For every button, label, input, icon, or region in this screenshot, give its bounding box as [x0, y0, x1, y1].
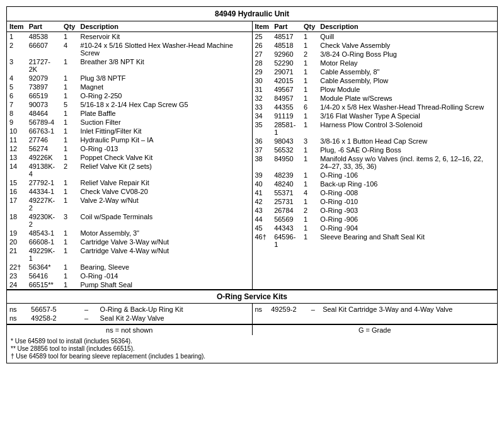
table-row: 25 48517 1 Quill [253, 32, 498, 42]
g-note-cell: G = Grade [253, 324, 498, 335]
table-row: 27 92960 2 3/8-24 O-Ring Boss Plug [253, 50, 498, 59]
cell-item: 42 [253, 197, 272, 206]
cell-item: 16 [7, 187, 26, 196]
cell-item: 4 [7, 74, 26, 83]
cell-qty: 1 [61, 280, 77, 289]
cell-desc: Relief Valve Kit (2 sets) [77, 162, 251, 178]
cell-qty: 1 [301, 215, 318, 224]
cell-desc: 3/16 Flat Washer Type A Special [318, 111, 497, 120]
cell-qty: 1 [61, 127, 77, 135]
table-row: 46† 64596-1 1 Sleeve Bearing and Shaft S… [253, 232, 498, 249]
table-row: 28 52290 1 Motor Relay [253, 59, 498, 67]
cell-qty: 1 [301, 41, 318, 50]
service-right-table: ns 49259-2 – Seal Kit Cartridge 3-Way an… [253, 305, 498, 314]
left-header-item: Item [7, 21, 26, 32]
cell-item: 7 [7, 100, 26, 109]
cell-item: 2 [7, 41, 26, 57]
cell-desc: Seal Kit Cartridge 3-Way and 4-Way Valve [320, 305, 497, 314]
footnote: † Use 64589 tool for bearing sleeve repl… [11, 353, 493, 360]
cell-item: 18 [7, 212, 26, 229]
table-row: 36 98043 3 3/8-16 x 1 Button Head Cap Sc… [253, 137, 498, 146]
cell-part: 26784 [272, 206, 301, 215]
cell-qty: 1 [301, 232, 318, 249]
table-row: 43 26784 2 O-Ring -903 [253, 206, 498, 215]
cell-qty: 1 [301, 76, 318, 85]
cell-qty: 1 [61, 109, 77, 118]
cell-part: 84957 [272, 94, 301, 103]
cell-desc: 3/8-24 O-Ring Boss Plug [318, 50, 497, 59]
cell-part: 55371 [272, 188, 301, 197]
footnote: ** Use 28856 tool to install (includes 6… [11, 345, 493, 352]
cell-desc: Cable Assembly, Plow [318, 76, 497, 85]
footnotes-section: * Use 64589 tool to install (includes 56… [7, 335, 497, 363]
cell-part: 48240 [272, 180, 301, 188]
cell-qty: 1 [301, 67, 318, 76]
cell-desc: Suction Filter [77, 118, 251, 127]
cell-part: 21727-2K [26, 57, 61, 74]
cell-item: 21 [7, 246, 26, 263]
cell-part: 90073 [26, 100, 61, 109]
table-row: 35 28581-1 1 Harness Plow Control 3-Sole… [253, 120, 498, 137]
cell-item: 14 [7, 162, 26, 178]
cell-desc: Cartridge Valve 4-Way w/Nut [77, 246, 251, 263]
cell-desc: Valve 2-Way w/Nut [77, 196, 251, 212]
table-row: 10 66763-1 1 Inlet Fitting/Filter Kit [7, 127, 252, 135]
cell-item: 33 [253, 103, 272, 111]
table-row: 38 84950 1 Manifold Assy w/o Valves (inc… [253, 154, 498, 171]
cell-qty: 1 [301, 111, 318, 120]
cell-item: 1 [7, 32, 26, 42]
cell-item: 22† [7, 263, 26, 271]
cell-item: 27 [253, 50, 272, 59]
cell-desc: O-Ring -014 [77, 271, 251, 280]
cell-part: 56416 [26, 271, 61, 280]
service-left-table: ns 56657-5 – O-Ring & Back-Up Ring Kit n… [7, 305, 252, 323]
cell-qty: 1 [61, 118, 77, 127]
cell-item: 17 [7, 196, 26, 212]
cell-desc: Seal Kit 2-Way Valve [98, 314, 252, 323]
cell-desc: Breather 3/8 NPT Kit [77, 57, 251, 74]
cell-desc: Quill [318, 32, 497, 42]
cell-qty: 1 [301, 146, 318, 154]
table-row: 11 27746 1 Hydraulic Pump Kit – IA [7, 135, 252, 144]
cell-part: 84950 [272, 154, 301, 171]
table-row: 40 48240 1 Back-up Ring -106 [253, 180, 498, 188]
cell-part: 48518 [272, 41, 301, 50]
cell-qty: 1 [301, 85, 318, 94]
table-row: 45 44343 1 O-Ring -904 [253, 224, 498, 232]
cell-desc: Hydraulic Pump Kit – IA [77, 135, 251, 144]
cell-desc: Motor Relay [318, 59, 497, 67]
table-row: 14 49138K-4 2 Relief Valve Kit (2 sets) [7, 162, 252, 178]
left-header-part: Part [26, 21, 61, 32]
cell-part: 48538 [26, 32, 61, 42]
cell-part: 91119 [272, 111, 301, 120]
right-header-item: Item [253, 21, 272, 32]
cell-item: 3 [7, 57, 26, 74]
cell-qty: 4 [61, 41, 77, 57]
ns-note-cell: ns = not shown [7, 324, 253, 335]
cell-qty: 1 [301, 59, 318, 67]
parts-table-container: 84949 Hydraulic Unit Item Part Qty Descr… [6, 6, 498, 363]
service-left-body: ns 56657-5 – O-Ring & Back-Up Ring Kit n… [7, 305, 252, 323]
cell-desc: Relief Valve Repair Kit [77, 178, 251, 187]
cell-part: 44355 [272, 103, 301, 111]
cell-desc: #10-24 x 5/16 Slotted Hex Washer-Head Ma… [77, 41, 251, 57]
cell-desc: Poppet Check Valve Kit [77, 153, 251, 162]
cell-desc: Sleeve Bearing and Shaft Seal Kit [318, 232, 497, 249]
cell-desc: O-Ring -903 [318, 206, 497, 215]
cell-qty: 4 [301, 188, 318, 197]
cell-part: 66763-1 [26, 127, 61, 135]
table-row: 3 21727-2K 1 Breather 3/8 NPT Kit [7, 57, 252, 74]
table-row: 26 48518 1 Check Valve Assembly [253, 41, 498, 50]
cell-item: 23 [7, 271, 26, 280]
cell-part: 66608-1 [26, 237, 61, 246]
cell-desc: Harness Plow Control 3-Solenoid [318, 120, 497, 137]
cell-desc: Plug, -6 SAE O-Ring Boss [318, 146, 497, 154]
left-header-row: Item Part Qty Description [7, 21, 252, 32]
right-header-desc: Description [318, 21, 497, 32]
table-row: 20 66608-1 1 Cartridge Valve 3-Way w/Nut [7, 237, 252, 246]
cell-desc: O-Ring -106 [318, 171, 497, 180]
cell-desc: Module Plate w/Screws [318, 94, 497, 103]
table-row: 19 48543-1 1 Motor Assembly, 3" [7, 229, 252, 237]
cell-qty: 1 [61, 32, 77, 42]
cell-qty: 1 [61, 271, 77, 280]
